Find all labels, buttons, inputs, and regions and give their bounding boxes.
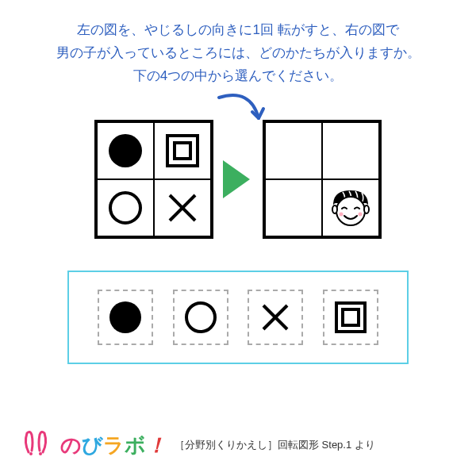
brand-char: ボ (125, 433, 146, 457)
brand-char: の (60, 433, 82, 457)
double-square-icon (164, 132, 201, 169)
svg-point-7 (340, 212, 344, 216)
choice-1[interactable] (98, 290, 153, 345)
brand-char: ラ (103, 433, 125, 457)
instruction-text: 左の図を、やじるしの向きに1回 転がすと、右の図で 男の子が入っているところには… (0, 0, 476, 96)
cross-icon (165, 190, 200, 225)
circle-icon (106, 189, 144, 227)
instruction-line: 男の子が入っているところには、どのかたちが入りますか。 (24, 42, 452, 65)
choice-2[interactable] (173, 290, 228, 345)
boy-face-icon (328, 186, 373, 230)
grid-cell-tl (265, 122, 322, 179)
footer: のびラボ！ ［分野別くりかえし］回転図形 Step.1 より (21, 428, 375, 462)
svg-point-0 (109, 134, 142, 167)
svg-point-9 (332, 205, 337, 213)
left-grid (94, 120, 213, 239)
instruction-line: 左の図を、やじるしの向きに1回 転がすと、右の図で (24, 19, 452, 42)
svg-rect-15 (336, 303, 365, 332)
grid-cell-br (154, 179, 211, 236)
filled-circle-icon (107, 299, 144, 336)
grid-cell-tl (97, 122, 154, 179)
brand-char: び (82, 433, 103, 457)
choice-4[interactable] (323, 290, 378, 345)
svg-rect-1 (167, 136, 198, 166)
diagram-area (0, 120, 476, 239)
svg-point-18 (39, 452, 42, 455)
double-square-icon (333, 300, 368, 335)
svg-point-8 (359, 212, 363, 216)
grid-cell-tr (322, 122, 379, 179)
svg-point-11 (109, 301, 141, 333)
instruction-line: 下の4つの中から選んでください。 (24, 65, 452, 88)
rotation-arrow-icon (213, 91, 268, 139)
svg-rect-16 (343, 309, 359, 325)
grid-cell-bl (97, 179, 154, 236)
circle-icon (182, 299, 219, 336)
grid-cell-bl (265, 179, 322, 236)
footer-meta: ［分野別くりかえし］回転図形 Step.1 より (175, 438, 375, 452)
choices-box (67, 271, 409, 364)
grid-cell-tr (154, 122, 211, 179)
brand-logo: のびラボ！ (60, 432, 167, 459)
svg-rect-2 (175, 143, 190, 159)
svg-point-6 (336, 197, 365, 225)
svg-point-12 (186, 303, 215, 332)
triangle-right-icon (223, 160, 250, 198)
right-grid (263, 120, 382, 239)
svg-point-10 (364, 205, 369, 213)
bunny-logo-icon (21, 428, 51, 462)
choice-3[interactable] (248, 290, 303, 345)
brand-char: ！ (146, 433, 167, 457)
svg-point-17 (29, 452, 33, 455)
filled-circle-icon (106, 132, 144, 170)
cross-icon (259, 301, 292, 334)
svg-point-3 (110, 193, 140, 223)
grid-cell-br (322, 179, 379, 236)
